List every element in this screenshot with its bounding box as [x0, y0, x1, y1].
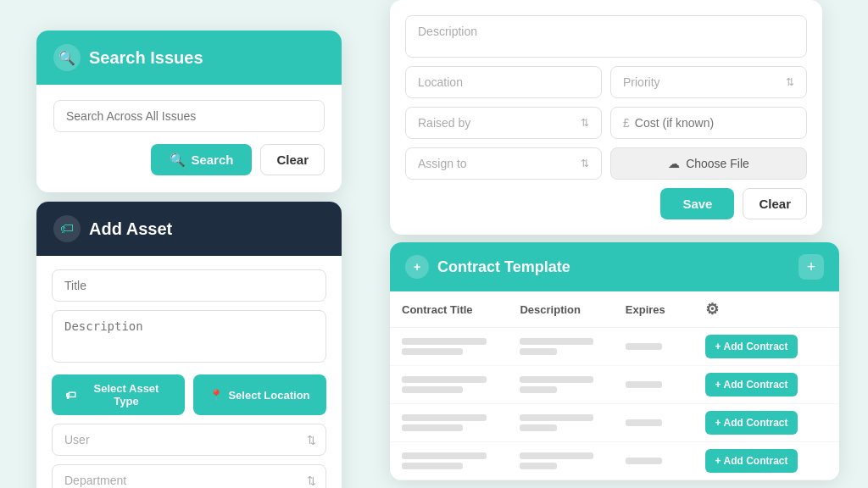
priority-label: Priority: [623, 75, 660, 89]
location-field[interactable]: Location: [405, 66, 602, 98]
form-clear-button[interactable]: Clear: [743, 188, 807, 219]
assign-file-row: Assign to ⇅ ☁ Choose File: [405, 147, 807, 180]
user-select-wrapper: User: [52, 424, 326, 456]
raised-cost-row: Raised by ⇅ £: [405, 107, 807, 139]
asset-card-title: Add Asset: [89, 219, 172, 239]
contract-add-button[interactable]: +: [798, 254, 824, 280]
action-cell: + Add Contract: [693, 328, 839, 366]
asset-card-header: 🏷 Add Asset: [36, 202, 342, 256]
asset-header-icon: 🏷: [53, 215, 81, 242]
search-header-icon: 🔍: [53, 44, 81, 71]
raised-by-arrows-icon: ⇅: [581, 117, 589, 129]
assign-to-label: Assign to: [418, 157, 467, 170]
description-cell: [508, 404, 613, 442]
add-contract-button[interactable]: + Add Contract: [705, 411, 798, 435]
select-asset-type-button[interactable]: 🏷 Select Asset Type: [52, 374, 185, 415]
expires-cell: [614, 404, 693, 442]
search-btn-icon: 🔍: [170, 152, 186, 168]
search-card-body: 🔍 Search Clear: [36, 85, 342, 192]
raised-by-label: Raised by: [418, 116, 470, 130]
description-cell: [508, 328, 613, 366]
assign-to-field[interactable]: Assign to ⇅: [405, 147, 602, 180]
asset-title-input[interactable]: [52, 269, 326, 302]
select-location-label: Select Location: [228, 389, 309, 402]
contract-template-card: + Contract Template + Contract Title Des…: [390, 242, 839, 480]
search-card-title: Search Issues: [89, 48, 203, 68]
raised-by-field[interactable]: Raised by ⇅: [405, 107, 602, 139]
description-cell: [508, 442, 613, 480]
search-input[interactable]: [53, 100, 325, 132]
asset-type-location-row: 🏷 Select Asset Type 📍 Select Location: [52, 374, 326, 415]
currency-icon: £: [623, 116, 630, 130]
select-location-button[interactable]: 📍 Select Location: [193, 374, 326, 415]
col-actions: ⚙: [693, 291, 839, 328]
cost-input[interactable]: [635, 108, 794, 138]
description-field[interactable]: Description: [405, 15, 807, 58]
contract-card-title: Contract Template: [437, 258, 570, 276]
search-clear-button[interactable]: Clear: [260, 144, 325, 175]
table-row: + Add Contract: [390, 328, 839, 366]
search-button[interactable]: 🔍 Search: [151, 144, 252, 175]
add-contract-button[interactable]: + Add Contract: [705, 449, 798, 473]
tag-icon: 🏷: [65, 389, 76, 402]
add-asset-card: 🏷 Add Asset 🏷 Select Asset Type 📍 Select…: [36, 202, 342, 488]
priority-arrows-icon: ⇅: [786, 76, 794, 88]
contract-card-header: + Contract Template +: [390, 242, 839, 291]
gear-icon: ⚙: [705, 301, 719, 318]
choose-file-label: Choose File: [686, 157, 749, 170]
location-priority-row: Location Priority ⇅: [405, 66, 807, 98]
search-issues-card: 🔍 Search Issues 🔍 Search Clear: [36, 30, 342, 192]
search-card-actions: 🔍 Search Clear: [53, 144, 325, 175]
contract-title-cell: [390, 442, 508, 480]
expires-cell: [614, 328, 693, 366]
assign-to-arrows-icon: ⇅: [581, 158, 589, 169]
action-cell: + Add Contract: [693, 366, 839, 404]
priority-field[interactable]: Priority ⇅: [610, 66, 807, 98]
contract-title-cell: [390, 328, 508, 366]
table-row: + Add Contract: [390, 442, 839, 480]
expires-cell: [614, 366, 693, 404]
contract-title-cell: [390, 404, 508, 442]
table-row: + Add Contract: [390, 366, 839, 404]
col-expires: Expires: [614, 291, 693, 328]
contract-table: Contract Title Description Expires ⚙ + A…: [390, 291, 839, 480]
add-contract-button[interactable]: + Add Contract: [705, 373, 798, 396]
asset-description-input[interactable]: [52, 310, 326, 363]
select-asset-type-label: Select Asset Type: [81, 382, 171, 408]
location-icon: 📍: [209, 389, 223, 402]
issue-form-card: Description Location Priority ⇅ Raised b…: [390, 0, 822, 235]
action-cell: + Add Contract: [693, 442, 839, 480]
expires-cell: [614, 442, 693, 480]
form-card-actions: Save Clear: [405, 188, 807, 219]
contract-header-left: + Contract Template: [405, 255, 570, 279]
upload-icon: ☁: [668, 157, 680, 170]
location-label: Location: [418, 75, 463, 89]
search-btn-label: Search: [191, 152, 233, 167]
cost-field[interactable]: £: [610, 107, 807, 139]
description-cell: [508, 366, 613, 404]
user-select[interactable]: User: [52, 424, 326, 456]
choose-file-button[interactable]: ☁ Choose File: [610, 147, 807, 180]
asset-card-body: 🏷 Select Asset Type 📍 Select Location Us…: [36, 256, 342, 488]
col-description: Description: [508, 291, 613, 328]
description-placeholder: Description: [418, 25, 477, 38]
add-contract-button[interactable]: + Add Contract: [705, 335, 798, 358]
col-contract-title: Contract Title: [390, 291, 508, 328]
contract-plus-icon: +: [405, 255, 429, 279]
save-button[interactable]: Save: [660, 188, 734, 219]
department-select-wrapper: Department: [52, 464, 326, 488]
department-select[interactable]: Department: [52, 464, 326, 488]
contract-table-header-row: Contract Title Description Expires ⚙: [390, 291, 839, 328]
action-cell: + Add Contract: [693, 404, 839, 442]
table-row: + Add Contract: [390, 404, 839, 442]
search-card-header: 🔍 Search Issues: [36, 30, 342, 85]
contract-title-cell: [390, 366, 508, 404]
